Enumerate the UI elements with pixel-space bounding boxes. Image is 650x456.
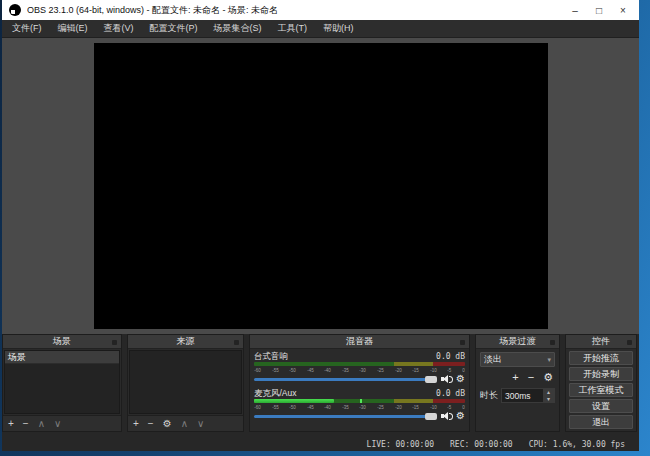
tick-label: 0 xyxy=(462,367,465,372)
duration-label: 时长 xyxy=(480,389,498,402)
obs-window: OBS 23.1.0 (64-bit, windows) - 配置文件: 未命名… xyxy=(2,0,639,451)
tick-label: -25 xyxy=(377,404,384,409)
status-bar: LIVE: 00:00:00 REC: 00:00:00 CPU: 1.6%, … xyxy=(2,437,639,451)
menu-item-帮助[interactable]: 帮助(H) xyxy=(315,20,362,37)
scenes-panel: 场景 场景 +−∧∨ xyxy=(2,334,122,432)
source-properties-button[interactable]: ⚙ xyxy=(163,416,172,432)
dock-pin-icon xyxy=(550,340,555,345)
transitions-panel-header[interactable]: 场景过渡 xyxy=(476,335,559,349)
transition-selected-value: 淡出 xyxy=(484,353,502,366)
dock-pin-icon xyxy=(627,340,632,345)
scenes-toolbar: +−∧∨ xyxy=(3,415,121,431)
dock-pin-icon xyxy=(460,340,465,345)
tick-label: -60 xyxy=(254,367,261,372)
menu-item-文件[interactable]: 文件(F) xyxy=(4,20,50,37)
tick-label: -30 xyxy=(360,367,367,372)
tick-label: -5 xyxy=(448,404,452,409)
chevron-down-icon: ▾ xyxy=(547,356,551,364)
window-title: OBS 23.1.0 (64-bit, windows) - 配置文件: 未命名… xyxy=(27,4,563,17)
tick-label: -25 xyxy=(377,367,384,372)
tick-label: -10 xyxy=(430,367,437,372)
move-source-down-button[interactable]: ∨ xyxy=(197,416,204,432)
scenes-panel-header[interactable]: 场景 xyxy=(3,335,121,349)
mixer-panel: 混音器 台式音响0.0 dB-60-55-50-45-40-35-30-25-2… xyxy=(249,334,470,432)
remove-transition-button[interactable]: − xyxy=(528,371,534,384)
transitions-panel: 场景过渡 淡出 ▾ +−⚙ 时长 300ms ▴ ▾ xyxy=(475,334,560,432)
preview-canvas[interactable] xyxy=(94,43,548,329)
tick-label: -30 xyxy=(360,404,367,409)
spin-up-icon[interactable]: ▴ xyxy=(543,389,554,396)
tick-label: -15 xyxy=(413,367,420,372)
menu-item-工具[interactable]: 工具(T) xyxy=(270,20,316,37)
volume-meter xyxy=(254,362,465,366)
move-source-up-button[interactable]: ∧ xyxy=(181,416,188,432)
start-recording-button[interactable]: 开始录制 xyxy=(569,367,633,381)
tick-label: -50 xyxy=(290,367,297,372)
scene-list-item[interactable]: 场景 xyxy=(5,351,119,364)
add-transition-button[interactable]: + xyxy=(512,371,518,384)
remove-source-button[interactable]: − xyxy=(148,416,154,432)
volume-meter xyxy=(254,399,465,403)
tick-label: -45 xyxy=(307,404,314,409)
gear-icon[interactable]: ⚙ xyxy=(456,374,465,384)
menu-item-场景集合[interactable]: 场景集合(S) xyxy=(206,20,270,37)
sources-list[interactable] xyxy=(129,350,242,414)
dock-pin-icon xyxy=(234,340,239,345)
speaker-icon[interactable] xyxy=(441,375,452,384)
sources-panel-title: 来源 xyxy=(177,335,195,348)
studio-mode-button[interactable]: 工作室模式 xyxy=(569,383,633,397)
tick-label: -20 xyxy=(395,367,402,372)
duration-spinner[interactable]: 300ms ▴ ▾ xyxy=(501,388,555,403)
maximize-button[interactable]: □ xyxy=(587,1,611,19)
scenes-panel-title: 场景 xyxy=(53,335,71,348)
minimize-button[interactable]: – xyxy=(563,1,587,19)
sources-toolbar: +−⚙∧∨ xyxy=(128,415,243,431)
move-scene-up-button[interactable]: ∧ xyxy=(38,416,45,432)
add-scene-button[interactable]: + xyxy=(8,416,14,432)
move-scene-down-button[interactable]: ∨ xyxy=(54,416,61,432)
start-streaming-button[interactable]: 开始推流 xyxy=(569,351,633,365)
title-bar: OBS 23.1.0 (64-bit, windows) - 配置文件: 未命名… xyxy=(2,0,639,20)
mixer-panel-title: 混音器 xyxy=(346,335,373,348)
sources-panel: 来源 +−⚙∧∨ xyxy=(127,334,244,432)
transition-properties-button[interactable]: ⚙ xyxy=(543,371,553,384)
mixer-channel: 台式音响0.0 dB-60-55-50-45-40-35-30-25-20-15… xyxy=(254,351,465,385)
exit-button[interactable]: 退出 xyxy=(569,415,633,429)
tick-label: -60 xyxy=(254,404,261,409)
cpu-fps: CPU: 1.6%, 30.00 fps xyxy=(529,440,625,449)
gear-icon[interactable]: ⚙ xyxy=(456,411,465,421)
rec-time: REC: 00:00:00 xyxy=(450,440,513,449)
controls-panel-title: 控件 xyxy=(592,335,610,348)
volume-slider-handle[interactable] xyxy=(425,376,437,383)
sources-panel-header[interactable]: 来源 xyxy=(128,335,243,349)
controls-panel-header[interactable]: 控件 xyxy=(566,335,636,349)
settings-button[interactable]: 设置 xyxy=(569,399,633,413)
remove-scene-button[interactable]: − xyxy=(23,416,29,432)
tick-label: -10 xyxy=(430,404,437,409)
tick-label: -45 xyxy=(307,367,314,372)
menu-item-配置文件[interactable]: 配置文件(P) xyxy=(142,20,206,37)
tick-label: -55 xyxy=(272,404,279,409)
speaker-icon[interactable] xyxy=(441,412,452,421)
tick-label: -40 xyxy=(325,404,332,409)
tick-label: -35 xyxy=(342,367,349,372)
dock-area: 场景 场景 +−∧∨ 来源 +−⚙∧∨ 混音器 台式音响0.0 d xyxy=(2,334,639,432)
transition-select[interactable]: 淡出 ▾ xyxy=(480,352,555,367)
menu-item-编辑[interactable]: 编辑(E) xyxy=(50,20,96,37)
add-source-button[interactable]: + xyxy=(133,416,139,432)
spin-down-icon[interactable]: ▾ xyxy=(543,396,554,403)
mixer-panel-header[interactable]: 混音器 xyxy=(250,335,469,349)
close-button[interactable]: × xyxy=(611,1,635,19)
tick-label: -40 xyxy=(325,367,332,372)
scenes-list[interactable]: 场景 xyxy=(4,350,120,414)
volume-slider-handle[interactable] xyxy=(425,413,437,420)
tick-label: -50 xyxy=(290,404,297,409)
preview-area xyxy=(2,38,639,334)
volume-slider[interactable] xyxy=(254,415,437,418)
live-time: LIVE: 00:00:00 xyxy=(367,440,434,449)
volume-slider[interactable] xyxy=(254,378,437,381)
menu-item-查看[interactable]: 查看(V) xyxy=(96,20,142,37)
menu-bar: 文件(F)编辑(E)查看(V)配置文件(P)场景集合(S)工具(T)帮助(H) xyxy=(2,20,639,38)
tick-label: -5 xyxy=(448,367,452,372)
channel-db-value: 0.0 dB xyxy=(436,352,465,361)
